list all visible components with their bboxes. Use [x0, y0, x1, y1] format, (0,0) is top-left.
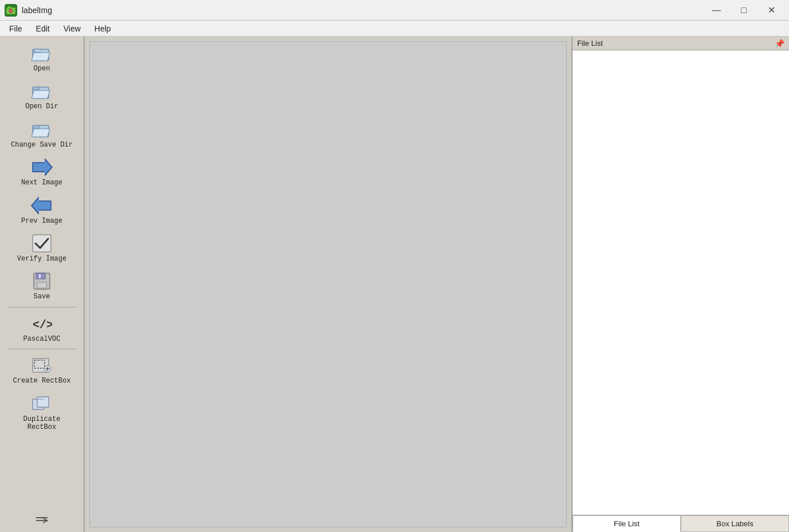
save-icon — [30, 271, 53, 291]
prev-image-icon — [30, 195, 53, 216]
save-button[interactable]: Save — [5, 267, 79, 304]
maximize-button[interactable]: □ — [731, 1, 757, 19]
right-panel: File List 📌 File List Box Labels — [571, 37, 789, 532]
menu-edit[interactable]: Edit — [29, 22, 57, 35]
verify-image-icon — [30, 233, 53, 254]
window-controls: — □ ✕ — [703, 1, 784, 19]
open-icon — [30, 43, 53, 64]
toolbar-divider-2 — [7, 349, 76, 349]
change-save-dir-icon — [30, 119, 53, 140]
file-list-title: File List — [577, 39, 603, 48]
app-icon — [5, 4, 17, 17]
main-layout: Open Open Dir Change Save — [0, 37, 789, 532]
pascalvoc-label: PascalVOC — [23, 335, 61, 343]
pascalvoc-icon: </> — [30, 313, 53, 334]
svg-rect-18 — [39, 274, 41, 278]
pascalvoc-button[interactable]: </> PascalVOC — [5, 310, 79, 346]
change-save-dir-label: Change Save Dir — [11, 141, 73, 149]
tab-box-labels[interactable]: Box Labels — [681, 515, 789, 532]
svg-rect-9 — [33, 125, 40, 128]
svg-rect-26 — [37, 397, 49, 407]
svg-marker-11 — [33, 160, 51, 175]
open-button[interactable]: Open — [5, 40, 79, 76]
minimize-button[interactable]: — — [703, 1, 729, 19]
file-list-header: File List 📌 — [573, 37, 789, 50]
menu-bar: File Edit View Help — [0, 21, 789, 37]
toolbar-more-button[interactable] — [30, 514, 53, 527]
canvas-area[interactable] — [85, 37, 571, 532]
menu-file[interactable]: File — [2, 22, 29, 35]
svg-text:</>: </> — [33, 318, 52, 332]
create-rectbox-button[interactable]: Create RectBox — [5, 352, 79, 388]
open-dir-label: Open Dir — [25, 103, 58, 111]
app-title: labelImg — [22, 6, 52, 15]
open-dir-icon — [30, 81, 53, 101]
prev-image-label: Prev Image — [21, 217, 62, 225]
svg-rect-1 — [7, 6, 11, 9]
create-rectbox-label: Create RectBox — [13, 377, 71, 385]
next-image-label: Next Image — [21, 179, 62, 187]
open-label: Open — [34, 65, 50, 73]
svg-rect-17 — [37, 282, 46, 288]
open-dir-button[interactable]: Open Dir — [5, 77, 79, 114]
duplicate-rectbox-label: Duplicate RectBox — [7, 415, 77, 432]
next-image-icon — [30, 157, 53, 178]
save-label: Save — [34, 293, 50, 301]
file-list-content — [573, 50, 789, 515]
canvas-inner — [89, 41, 567, 527]
toolbar-divider — [7, 307, 76, 308]
change-save-dir-button[interactable]: Change Save Dir — [5, 116, 79, 152]
verify-image-label: Verify Image — [17, 255, 66, 263]
toolbar: Open Open Dir Change Save — [0, 37, 85, 532]
verify-image-button[interactable]: Verify Image — [5, 230, 79, 266]
title-bar: labelImg — □ ✕ — [0, 0, 789, 21]
panel-tabs: File List Box Labels — [573, 515, 789, 532]
tab-file-list[interactable]: File List — [573, 515, 681, 532]
prev-image-button[interactable]: Prev Image — [5, 192, 79, 228]
svg-point-3 — [10, 10, 12, 11]
create-rectbox-icon — [30, 355, 53, 376]
next-image-button[interactable]: Next Image — [5, 153, 79, 190]
duplicate-rectbox-button[interactable]: Duplicate RectBox — [5, 390, 79, 435]
svg-rect-7 — [33, 87, 40, 90]
pin-icon[interactable]: 📌 — [775, 39, 784, 48]
duplicate-rectbox-icon — [30, 393, 53, 414]
menu-view[interactable]: View — [57, 22, 88, 35]
svg-marker-13 — [33, 198, 50, 213]
close-button[interactable]: ✕ — [758, 1, 784, 19]
menu-help[interactable]: Help — [88, 22, 118, 35]
